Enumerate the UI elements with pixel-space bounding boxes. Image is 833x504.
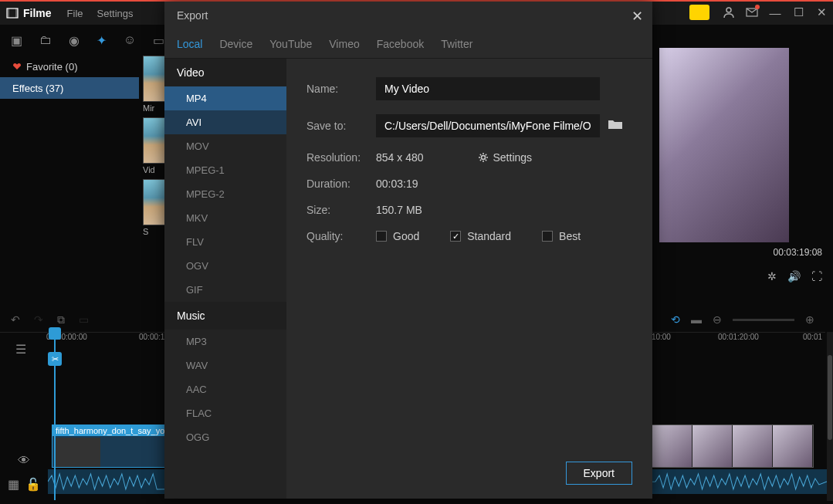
format-header-video: Video (164, 59, 286, 86)
name-label: Name: (306, 83, 376, 95)
lock-icon[interactable]: 🔓 (25, 477, 41, 492)
format-mpeg2[interactable]: MPEG-2 (164, 182, 286, 206)
preview-settings-icon[interactable]: ✲ (767, 270, 777, 282)
clip-1[interactable]: fifth_harmony_don_t_say_you (52, 425, 175, 468)
quality-good[interactable]: Good (376, 230, 419, 242)
zoom-slider[interactable] (733, 319, 794, 321)
name-input[interactable] (376, 77, 600, 100)
format-gif[interactable]: GIF (164, 278, 286, 302)
user-icon[interactable] (717, 0, 740, 25)
window-controls: — ☐ ✕ (689, 0, 833, 25)
size-value: 150.7 MB (376, 204, 422, 216)
format-flac[interactable]: FLAC (164, 401, 286, 425)
redo-icon[interactable]: ↷ (34, 313, 43, 326)
quality-standard[interactable]: Standard (450, 230, 511, 242)
saveto-label: Save to: (306, 120, 376, 132)
app-logo: Filme (6, 7, 52, 19)
playhead[interactable]: ✂ (54, 330, 56, 500)
export-button[interactable]: Export (566, 462, 632, 485)
menu-settings[interactable]: Settings (97, 8, 134, 19)
preview-panel: 00:03:19:08 ✲ 🔊 ⛶ (655, 48, 825, 290)
mail-icon[interactable] (740, 0, 764, 25)
ruler-time-3: 00:01:20:00 (718, 333, 759, 341)
format-wav[interactable]: WAV (164, 353, 286, 377)
window-close[interactable]: ✕ (810, 0, 833, 25)
ruler-time-4: 00:01 (803, 333, 822, 341)
tab-local[interactable]: Local (177, 38, 202, 50)
format-mov[interactable]: MOV (164, 134, 286, 158)
size-label: Size: (306, 204, 376, 216)
window-minimize[interactable]: — (764, 0, 787, 25)
resolution-settings-button[interactable]: Settings (478, 151, 533, 164)
svg-rect-2 (15, 8, 18, 18)
scissors-icon[interactable]: ✂ (48, 352, 62, 366)
format-mp3[interactable]: MP3 (164, 330, 286, 353)
sidebar-favorite[interactable]: Favorite (0) (0, 56, 139, 77)
scrollbar-thumb[interactable] (828, 355, 832, 440)
quality-best[interactable]: Best (542, 230, 581, 242)
export-tabs: Local Device YouTube Vimeo Facebook Twit… (164, 29, 652, 59)
marker-icon[interactable]: ▬ (691, 313, 702, 326)
format-avi[interactable]: AVI (164, 110, 286, 134)
sidebar-effects[interactable]: Effects (37) (0, 77, 139, 99)
modal-close-button[interactable]: ✕ (632, 8, 643, 25)
zoom-in-icon[interactable]: ⊕ (805, 313, 814, 326)
preview-time-row: 00:03:19:08 (655, 242, 825, 262)
modal-body: Video MP4 AVI MOV MPEG-1 MPEG-2 MKV FLV … (164, 59, 652, 499)
format-ogv[interactable]: OGV (164, 254, 286, 278)
folder-icon[interactable]: 🗀 (39, 33, 52, 47)
format-mpeg1[interactable]: MPEG-1 (164, 158, 286, 182)
preview-volume-icon[interactable]: 🔊 (787, 270, 801, 282)
layers-icon[interactable]: ▭ (153, 33, 164, 48)
export-form: Name: Save to: Resolution: 854 x 480 Set… (286, 59, 652, 499)
quality-label: Quality: (306, 230, 376, 242)
audio-icon[interactable]: ◉ (69, 33, 80, 48)
tab-vimeo[interactable]: Vimeo (329, 38, 359, 50)
tab-device[interactable]: Device (219, 38, 252, 50)
eye-icon[interactable]: 👁 (18, 454, 30, 468)
window-maximize[interactable]: ☐ (787, 0, 810, 25)
settings-label: Settings (493, 151, 533, 164)
checkbox-icon (376, 231, 387, 242)
format-sidebar: Video MP4 AVI MOV MPEG-1 MPEG-2 MKV FLV … (164, 59, 286, 499)
film-icon[interactable]: ▦ (8, 477, 19, 492)
format-flv[interactable]: FLV (164, 230, 286, 254)
heart-icon (12, 62, 22, 71)
browse-folder-button[interactable] (608, 118, 623, 134)
copy-icon[interactable]: ⧉ (57, 313, 65, 326)
format-ogg[interactable]: OGG (164, 425, 286, 449)
snap-icon[interactable]: ⟲ (671, 313, 680, 326)
clip-frames (652, 425, 813, 467)
tab-youtube[interactable]: YouTube (269, 38, 312, 50)
favorite-label: Favorite (0) (26, 61, 77, 73)
app-name: Filme (23, 7, 52, 19)
vertical-scrollbar[interactable] (827, 332, 833, 501)
duration-value: 00:03:19 (376, 178, 418, 190)
media-icon[interactable]: ▣ (11, 33, 22, 48)
preview-fullscreen-icon[interactable]: ⛶ (811, 270, 822, 282)
timeline-menu-icon[interactable]: ☰ (15, 342, 26, 357)
menu-file[interactable]: File (67, 8, 83, 19)
svg-point-3 (726, 8, 731, 12)
notification-badge[interactable] (689, 5, 709, 20)
saveto-input[interactable] (376, 114, 600, 137)
preview-controls: ✲ 🔊 ⛶ (655, 262, 825, 290)
tab-facebook[interactable]: Facebook (377, 38, 424, 50)
effects-icon[interactable]: ✦ (97, 33, 107, 48)
clip-thumb (54, 438, 100, 467)
tab-twitter[interactable]: Twitter (441, 38, 472, 50)
clip-2[interactable] (652, 425, 814, 468)
svg-rect-1 (7, 8, 9, 18)
paste-icon[interactable]: ▭ (79, 313, 89, 326)
clip-label: fifth_harmony_don_t_say_you (52, 425, 174, 436)
left-sidebar: Favorite (0) Effects (37) (0, 56, 139, 99)
format-mkv[interactable]: MKV (164, 206, 286, 230)
undo-icon[interactable]: ↶ (11, 313, 20, 326)
quality-group: Good Standard Best (376, 230, 581, 242)
preview-image (659, 48, 789, 242)
gear-icon (478, 152, 489, 163)
emoji-icon[interactable]: ☺ (124, 33, 136, 47)
format-mp4[interactable]: MP4 (164, 86, 286, 110)
zoom-out-icon[interactable]: ⊖ (713, 313, 722, 326)
format-aac[interactable]: AAC (164, 377, 286, 401)
